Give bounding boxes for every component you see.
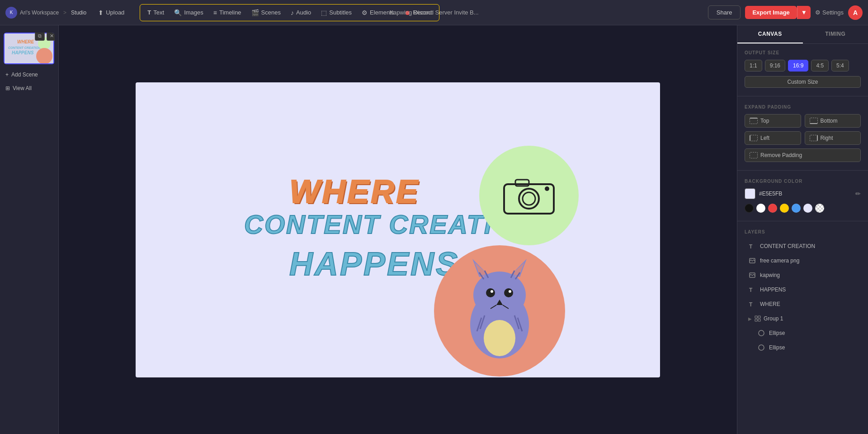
delete-scene-button[interactable]: ✕	[47, 33, 55, 41]
left-panel: ⧉ ✕ WHERE CONTENT CREATION HAPPENS + Add…	[0, 25, 59, 434]
main-content: ⧉ ✕ WHERE CONTENT CREATION HAPPENS + Add…	[0, 25, 868, 434]
remove-padding-icon	[750, 152, 758, 158]
export-button[interactable]: Export Image	[745, 6, 797, 19]
size-5-4[interactable]: 5:4	[831, 60, 849, 72]
layer-ellipse-1[interactable]: Ellipse	[745, 326, 861, 340]
swatch-white[interactable]	[756, 204, 765, 213]
svg-text:T: T	[749, 287, 753, 293]
output-size-label: OUTPUT SIZE	[745, 50, 861, 55]
swatch-blue[interactable]	[792, 204, 801, 213]
layer-content-creation[interactable]: T CONTENT CREATION	[745, 239, 861, 253]
grid-icon: ⊞	[5, 85, 10, 91]
canvas-area[interactable]: WHERE CONTENT CREATION HAPPENS	[59, 25, 737, 434]
shape-layer-icon-2	[757, 343, 765, 352]
expand-padding-label: EXPAND PADDING	[745, 105, 861, 110]
text-layer-icon-where: T	[748, 300, 756, 308]
svg-rect-39	[758, 316, 760, 318]
canvas-text-happens[interactable]: HAPPENS	[289, 245, 459, 282]
svg-point-24	[509, 290, 511, 293]
upload-icon: ⬆	[98, 9, 104, 16]
expand-padding-section: EXPAND PADDING Top Bottom Left Right	[737, 98, 868, 168]
add-scene-button[interactable]: + Add Scene	[0, 68, 58, 81]
svg-point-43	[759, 345, 764, 350]
size-1-1[interactable]: 1:1	[745, 60, 762, 72]
group-layer-icon	[754, 315, 762, 323]
swatch-black[interactable]	[745, 204, 754, 213]
view-all-button[interactable]: ⊞ View All	[0, 81, 58, 95]
padding-left-button[interactable]: Left	[745, 131, 801, 145]
tab-timeline[interactable]: ≡ Timeline	[209, 6, 246, 19]
add-scene-label: Add Scene	[11, 72, 38, 78]
layer-group-1[interactable]: ▶ Group 1	[745, 311, 861, 326]
share-button[interactable]: Share	[708, 5, 741, 19]
settings-label: Settings	[822, 9, 844, 16]
cat-svg	[448, 254, 552, 367]
layer-happens[interactable]: T HAPPENS	[745, 282, 861, 297]
remove-padding-button[interactable]: Remove Padding	[745, 148, 861, 162]
layer-kapwing-label: kapwing	[760, 272, 780, 278]
group-chevron-icon: ▶	[748, 316, 752, 321]
swatch-red[interactable]	[768, 204, 777, 213]
tab-audio[interactable]: ♪ Audio	[286, 6, 316, 19]
svg-point-42	[759, 330, 764, 336]
divider-1	[737, 96, 868, 96]
padding-bottom-button[interactable]: Bottom	[805, 114, 861, 128]
padding-top-button[interactable]: Top	[745, 114, 801, 128]
shape-layer-icon-1	[757, 329, 765, 337]
layer-kapwing[interactable]: kapwing	[745, 268, 861, 282]
padding-top-label: Top	[760, 118, 769, 124]
layer-ellipse-1-label: Ellipse	[769, 330, 785, 336]
color-preview[interactable]	[745, 188, 755, 199]
tab-subtitles[interactable]: ⬚ Subtitles	[316, 6, 356, 19]
timing-tab-label: TIMING	[825, 31, 845, 37]
svg-point-23	[491, 290, 493, 293]
camera-svg	[500, 173, 558, 218]
layer-free-camera[interactable]: free camera png	[745, 253, 861, 268]
svg-point-21	[486, 288, 495, 297]
tab-timeline-label: Timeline	[219, 9, 241, 16]
padding-right-label: Right	[821, 135, 833, 141]
swatch-yellow[interactable]	[780, 204, 789, 213]
canvas[interactable]: WHERE CONTENT CREATION HAPPENS	[136, 82, 660, 377]
layer-ellipse-2[interactable]: Ellipse	[745, 340, 861, 355]
workspace-breadcrumb[interactable]: K Ari's Workspace > Studio	[5, 7, 86, 19]
layers-section: LAYERS T CONTENT CREATION free camera pn…	[737, 223, 868, 361]
tab-scenes-label: Scenes	[261, 9, 281, 16]
export-dropdown-button[interactable]: ▼	[797, 6, 811, 19]
tab-canvas[interactable]: CANVAS	[737, 25, 803, 43]
tab-timing[interactable]: TIMING	[803, 25, 868, 43]
size-4-5[interactable]: 4:5	[811, 60, 829, 72]
tab-text[interactable]: T Text	[143, 6, 169, 19]
tab-audio-label: Audio	[296, 9, 311, 16]
scenes-icon: 🎬	[251, 9, 259, 16]
svg-text:T: T	[749, 243, 753, 249]
bg-color-row: #E5E5FB ✏	[745, 188, 861, 199]
layer-where[interactable]: T WHERE	[745, 297, 861, 311]
padding-right-button[interactable]: Right	[805, 131, 861, 145]
custom-size-button[interactable]: Custom Size	[745, 76, 861, 88]
padding-left-icon	[750, 135, 758, 141]
divider-2	[737, 170, 868, 171]
tab-images[interactable]: 🔍 Images	[170, 6, 208, 19]
upload-button[interactable]: ⬆ Upload	[94, 6, 129, 19]
tab-scenes[interactable]: 🎬 Scenes	[247, 6, 285, 19]
duplicate-scene-button[interactable]: ⧉	[35, 33, 45, 41]
cat-element[interactable]	[434, 245, 565, 377]
scene-thumbnail[interactable]: ⧉ ✕ WHERE CONTENT CREATION HAPPENS	[4, 33, 55, 64]
svg-point-28	[484, 320, 515, 356]
swatch-lavender[interactable]	[803, 204, 812, 213]
canvas-text-where[interactable]: WHERE	[289, 173, 420, 210]
size-16-9[interactable]: 16:9	[788, 60, 808, 72]
image-layer-icon-1	[748, 257, 756, 265]
export-group: Export Image ▼	[745, 6, 811, 19]
size-9-16[interactable]: 9:16	[765, 60, 785, 72]
settings-button[interactable]: ⚙ Settings	[815, 9, 844, 16]
color-edit-button[interactable]: ✏	[855, 190, 861, 197]
user-avatar[interactable]: A	[848, 5, 863, 20]
output-size-options: 1:1 9:16 16:9 4:5 5:4	[745, 60, 861, 72]
svg-text:T: T	[749, 301, 753, 307]
svg-point-10	[545, 186, 549, 191]
swatch-transparent[interactable]	[815, 204, 824, 213]
images-icon: 🔍	[174, 9, 182, 16]
camera-element[interactable]	[479, 146, 579, 245]
